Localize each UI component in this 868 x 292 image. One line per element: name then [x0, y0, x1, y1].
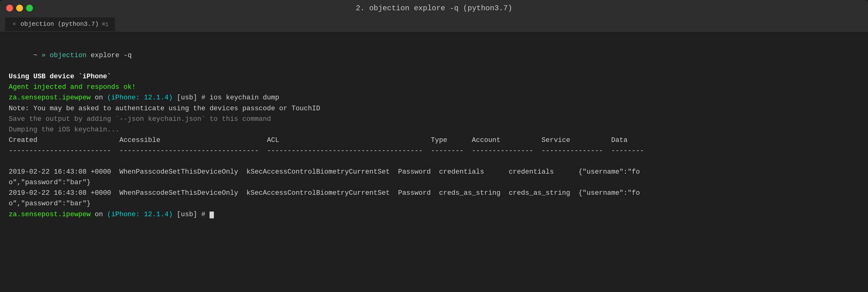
- minimize-button[interactable]: [16, 5, 23, 11]
- maximize-button[interactable]: [26, 5, 33, 11]
- terminal-line-2: Using USB device `iPhone`: [9, 71, 859, 82]
- terminal-header: Created Accessible ACL Type Account Serv…: [9, 135, 859, 146]
- terminal-line-4: za.sensepost.ipewpew on (iPhone: 12.1.4)…: [9, 93, 859, 103]
- terminal-tab[interactable]: × objection (python3.7) ⌘1: [5, 18, 115, 31]
- terminal-window: 2. objection explore -q (python3.7) × ob…: [0, 0, 868, 292]
- terminal-body[interactable]: ~ » objection explore -q Using USB devic…: [0, 32, 868, 292]
- terminal-line-7: Dumping the iOS keychain...: [9, 124, 859, 135]
- title-bar: 2. objection explore -q (python3.7): [0, 0, 868, 16]
- terminal-data-row-2-line-1: 2019-02-22 16:43:08 +0000 WhenPasscodeSe…: [9, 188, 859, 199]
- terminal-cursor: [210, 211, 214, 218]
- tab-close-icon[interactable]: ×: [11, 21, 18, 27]
- terminal-line-3: Agent injected and responds ok!: [9, 82, 859, 93]
- terminal-line-6: Save the output by adding `--json keycha…: [9, 114, 859, 124]
- terminal-separator: ------------------------- --------------…: [9, 146, 859, 156]
- terminal-data-row-1-line-2: o","password":"bar"}: [9, 177, 859, 188]
- tab-shortcut: ⌘1: [102, 21, 108, 28]
- traffic-lights: [6, 5, 33, 11]
- terminal-data-row-1-line-1: 2019-02-22 16:43:08 +0000 WhenPasscodeSe…: [9, 167, 859, 177]
- window-title: 2. objection explore -q (python3.7): [356, 4, 512, 12]
- terminal-empty-1: [9, 156, 859, 167]
- terminal-data-row-2-line-2: o","password":"bar"}: [9, 199, 859, 209]
- tab-bar: × objection (python3.7) ⌘1: [0, 16, 868, 32]
- close-button[interactable]: [6, 5, 13, 11]
- terminal-line-1: ~ » objection explore -q: [9, 40, 859, 71]
- terminal-final-prompt: za.sensepost.ipewpew on (iPhone: 12.1.4)…: [9, 209, 859, 220]
- tab-label: objection (python3.7): [21, 21, 99, 28]
- terminal-line-5: Note: You may be asked to authenticate u…: [9, 104, 859, 114]
